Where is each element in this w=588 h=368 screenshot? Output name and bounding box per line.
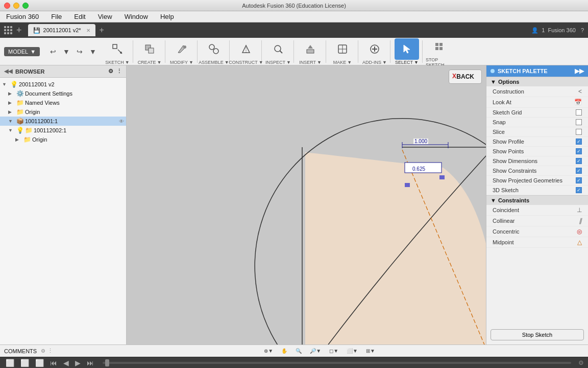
zoom-tool-btn[interactable]: 🔎▼ [307,347,324,355]
browser-resize-handle[interactable]: ⋮ [116,68,122,75]
sketch-button[interactable] [105,38,130,60]
palette-row-snap[interactable]: Snap [486,118,588,127]
insert-button[interactable] [298,38,323,60]
menu-help[interactable]: Help [158,12,176,21]
palette-row-show-profile[interactable]: Show Profile ✓ [486,137,588,147]
make-arrow: ▼ [347,60,352,65]
timeline-thumb[interactable] [105,359,109,366]
timeline-step-next[interactable]: ⏭ [85,359,95,367]
palette-row-construction[interactable]: Construction < [486,86,588,97]
create-button[interactable] [137,38,162,60]
select-button[interactable] [395,38,419,60]
show-constraints-checkbox[interactable]: ✓ [576,168,582,174]
tree-arrow-root: ▼ [2,82,9,87]
inspect-button[interactable] [266,38,290,60]
help-icon[interactable]: ? [581,27,584,33]
grid-tool-btn[interactable]: ⊞▼ [363,347,378,355]
palette-row-look-at[interactable]: Look At 📅 [486,97,588,108]
add-ins-button[interactable] [362,38,387,60]
make-button[interactable] [330,38,355,60]
tree-item-doc-settings[interactable]: ▶ ⚙️ Document Settings [0,89,126,98]
minimize-button[interactable] [13,3,19,9]
make-icon [337,43,348,55]
active-tab[interactable]: 💾 200112001 v2* ✕ [28,24,95,36]
palette-row-collinear[interactable]: Collinear ∥ [486,216,588,226]
undo-arrow[interactable]: ▼ [60,45,72,58]
timeline-play-back[interactable]: ⬜ [34,359,45,367]
new-design-icon[interactable]: + [16,25,22,36]
palette-row-midpoint[interactable]: Midpoint △ [486,237,588,248]
fit-tool-btn[interactable]: ◻▼ [326,347,341,355]
tree-icon-named-views: 📁 [16,99,24,106]
make-section: MAKE ▼ [327,40,358,63]
snap-checkbox[interactable] [576,119,582,125]
insert-icon [305,43,316,55]
palette-row-concentric[interactable]: Concentric ◎ [486,226,588,237]
tree-item-named-views[interactable]: ▶ 📁 Named Views [0,98,126,107]
orbit-tool-btn[interactable]: 🔍 [292,347,305,355]
options-section-header[interactable]: ▼ Options [486,77,588,86]
select-icon [401,43,412,55]
menu-file[interactable]: File [49,12,64,21]
component-1-visible-icon[interactable]: 👁 [119,119,124,124]
tree-item-component-2[interactable]: ▼ 💡 📁 100112002:1 [0,126,126,135]
menu-window[interactable]: Window [122,12,150,21]
app-launcher-icon[interactable] [4,26,12,34]
show-profile-checkbox[interactable]: ✓ [576,139,582,145]
redo-arrow[interactable]: ▼ [87,45,99,58]
stop-sketch-toolbar-button[interactable] [427,36,451,57]
browser-settings-icon[interactable]: ⚙ [108,68,113,75]
svg-rect-0 [113,44,117,49]
redo-button[interactable]: ↪ [74,45,86,58]
show-dimensions-checkbox[interactable]: ✓ [576,158,582,164]
close-button[interactable] [4,3,10,9]
palette-row-3d-sketch[interactable]: 3D Sketch ✓ [486,186,588,195]
palette-row-show-dimensions[interactable]: Show Dimensions ✓ [486,156,588,166]
modify-button[interactable] [169,38,194,60]
canvas-area[interactable]: BACK X [127,65,486,344]
create-tool-group: CREATE ▼ [136,38,163,65]
palette-row-show-projected[interactable]: Show Projected Geometries ✓ [486,176,588,186]
timeline-step-prev[interactable]: ◀ [62,359,70,367]
tree-item-root[interactable]: ▼ 💡 200112001 v2 [0,80,126,89]
tab-close-button[interactable]: ✕ [86,28,90,33]
timeline-step-back[interactable]: ⬜ [19,359,31,367]
model-dropdown[interactable]: MODEL ▼ [4,47,40,56]
menu-fusion360[interactable]: Fusion 360 [4,12,41,21]
maximize-button[interactable] [22,3,29,9]
tree-item-component-1[interactable]: ▼ 📦 100112001:1 👁 [0,117,126,126]
palette-row-show-points[interactable]: Show Points ✓ [486,147,588,156]
comments-expand-icon[interactable]: ⚙ [41,348,45,354]
pan-tool-btn[interactable]: ✋ [278,347,290,355]
undo-button[interactable]: ↩ [47,45,59,58]
assemble-button[interactable] [202,38,226,60]
slice-checkbox[interactable] [576,129,582,135]
tree-item-origin-2[interactable]: ▶ 📁 Origin [0,135,126,144]
menu-edit[interactable]: Edit [72,12,87,21]
show-projected-checkbox[interactable]: ✓ [576,177,582,183]
sidebar-toggle[interactable]: ◀◀ [4,68,12,75]
snap-tool-btn[interactable]: ⊕▼ [261,347,276,355]
stop-sketch-button[interactable]: Stop Sketch [491,329,584,340]
timeline-step-shapes[interactable]: ⬜ [4,359,16,367]
sketch-grid-checkbox[interactable] [576,109,582,116]
timeline-settings-icon[interactable]: ⚙ [578,359,584,366]
palette-expand-icon[interactable]: ▶▶ [575,67,584,75]
3d-sketch-checkbox[interactable]: ✓ [576,187,582,193]
show-points-checkbox[interactable]: ✓ [576,148,582,154]
palette-row-show-constraints[interactable]: Show Constraints ✓ [486,166,588,176]
display-tool-btn[interactable]: ⬜▼ [344,347,361,355]
timeline-play[interactable]: ▶ [74,359,82,367]
comments-resize-handle[interactable]: ⋮ [47,348,53,354]
palette-row-coincident[interactable]: Coincident ⊥ [486,205,588,216]
timeline-rewind[interactable]: ⏮ [48,359,59,367]
palette-row-sketch-grid[interactable]: Sketch Grid [486,108,588,118]
menu-view[interactable]: View [96,12,114,21]
tree-icon-component-2b: 📁 [25,127,33,134]
palette-row-slice[interactable]: Slice [486,127,588,137]
timeline-track[interactable] [103,362,571,364]
add-tab-button[interactable]: + [100,26,104,35]
tree-item-origin-1[interactable]: ▶ 📁 Origin [0,107,126,117]
constraints-section-header[interactable]: ▼ Constraints [486,195,588,205]
construct-button[interactable] [234,38,258,60]
